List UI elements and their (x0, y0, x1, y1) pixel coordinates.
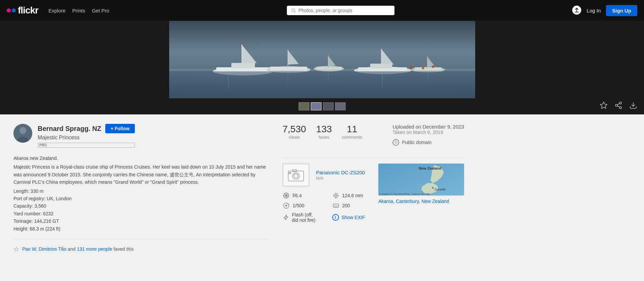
camera-row: Panasonic DC-ZS200 N/A (282, 164, 368, 186)
flash-icon (282, 214, 289, 221)
faves-number: 133 (316, 124, 332, 135)
water-reflection (169, 71, 475, 98)
map-background: New Zealand Dunedin © Mapbox © OpenStree… (378, 164, 464, 196)
upload-date: Uploaded on December 9, 2023 (392, 124, 464, 130)
faved-more-link[interactable]: 131 more people (77, 246, 112, 252)
svg-point-53 (294, 174, 298, 178)
search-input[interactable] (298, 8, 390, 13)
thumbnail-1[interactable] (299, 102, 309, 110)
search-container (119, 6, 562, 15)
nav-prints[interactable]: Prints (72, 8, 85, 13)
share-button[interactable] (614, 101, 622, 111)
camera-exif-section: Panasonic DC-ZS200 N/A (282, 164, 368, 228)
description-line2: Majestic Princess is a Royal-class cruis… (13, 163, 269, 186)
description-line1: Akaroa new Zealand. (13, 154, 269, 162)
faved-person1-link[interactable]: Pao W (22, 246, 36, 252)
map-section: New Zealand Dunedin © Mapbox © OpenStree… (378, 164, 464, 204)
svg-point-39 (432, 65, 434, 68)
shutter-icon (282, 202, 290, 209)
author-name: Bernard Spragg. NZ (38, 125, 101, 133)
exif-iso: ISO 200 (332, 202, 369, 209)
exif-shutter: 1/500 (282, 202, 319, 209)
taken-date: Taken on March 6, 2019 (392, 130, 464, 135)
svg-rect-10 (231, 63, 255, 68)
flash-value: Flash (off, did not fire) (292, 212, 319, 223)
description-length: Length: 330 m (13, 187, 269, 195)
hero-controls-row (0, 98, 644, 114)
upload-info: Uploaded on December 9, 2023 Taken on Ma… (392, 124, 464, 135)
faved-suffix: faved this (114, 246, 134, 252)
thumbnail-3[interactable] (323, 102, 334, 110)
aperture-value: f/6.4 (293, 193, 302, 198)
hero-image-container (169, 21, 475, 98)
comments-label: comments (342, 135, 362, 140)
right-divider (282, 158, 464, 158)
svg-point-42 (615, 104, 617, 106)
svg-line-1 (294, 11, 295, 12)
description-capacity: Capacity: 3,560 (13, 202, 269, 210)
description-height: Height: 68.3 m (224 ft) (13, 225, 269, 233)
right-bottom-row: Panasonic DC-ZS200 N/A (282, 164, 464, 228)
thumbnail-2[interactable] (311, 102, 321, 110)
search-box (287, 6, 394, 15)
description: Akaroa new Zealand. Majestic Princess is… (13, 154, 269, 233)
hero-icon-row (600, 101, 637, 111)
public-domain-link[interactable]: Public domain (402, 140, 431, 145)
svg-point-38 (422, 67, 424, 69)
show-exif-link[interactable]: Show EXIF (342, 215, 365, 220)
svg-line-45 (617, 104, 620, 105)
upload-button[interactable] (572, 5, 581, 16)
follow-button[interactable]: + Follow (105, 124, 135, 133)
dot-blue-icon (12, 8, 16, 12)
download-button[interactable] (629, 101, 637, 111)
focal-length-icon (332, 192, 340, 199)
download-icon (629, 101, 637, 109)
exif-flash: Flash (off, did not fire) (282, 212, 319, 223)
login-button[interactable]: Log In (587, 8, 601, 13)
logo[interactable]: flickr (7, 5, 38, 16)
avatar-image (13, 124, 32, 143)
comments-number: 11 (347, 124, 357, 135)
divider-1 (13, 239, 269, 240)
flickr-dots-icon (7, 8, 16, 12)
faved-by-row: ☆ Pao W, Dimitrios Tilis and 131 more pe… (13, 245, 269, 253)
svg-marker-67 (284, 215, 288, 220)
svg-rect-23 (370, 64, 392, 68)
svg-line-44 (617, 106, 620, 107)
svg-text:ISO: ISO (334, 205, 338, 207)
description-port: Port of registry: UK, London (13, 195, 269, 202)
thumbnail-4[interactable] (335, 102, 346, 110)
svg-rect-55 (289, 172, 291, 174)
author-name-row: Bernard Spragg. NZ + Follow (38, 124, 135, 133)
logo-text: flickr (18, 5, 38, 16)
stat-views: 7,530 views (282, 124, 306, 140)
favorite-button[interactable] (600, 101, 608, 111)
share-icon (614, 101, 622, 109)
hero-area (0, 21, 644, 114)
thumbnail-row (299, 102, 346, 110)
description-tonnage: Tonnage: 144,216 GT (13, 217, 269, 225)
hero-image (169, 21, 475, 98)
upload-icon (572, 5, 581, 15)
iso-value: 200 (342, 203, 350, 208)
content-area: Bernard Spragg. NZ + Follow Majestic Pri… (0, 114, 644, 262)
svg-text:Dunedin: Dunedin (434, 188, 446, 191)
exif-aperture: f/6.4 (282, 192, 319, 199)
faves-label: faves (319, 135, 329, 140)
pro-badge: PRO (38, 143, 135, 148)
svg-rect-16 (316, 67, 342, 70)
map-container[interactable]: New Zealand Dunedin © Mapbox © OpenStree… (378, 164, 464, 196)
nav-explore[interactable]: Explore (48, 8, 66, 13)
star-icon (600, 101, 608, 109)
description-yard: Yard number: 6232 (13, 210, 269, 217)
location-link[interactable]: Akaroa, Canterbury, New Zealand (378, 199, 449, 204)
nav-get-pro[interactable]: Get Pro (92, 8, 109, 13)
camera-name-link[interactable]: Panasonic DC-ZS200 (316, 170, 365, 175)
focal-length-value: 124.6 mm (342, 193, 363, 198)
info-icon: i (332, 214, 339, 221)
faved-person2-link[interactable]: Dimitrios Tilis (39, 246, 66, 252)
avatar[interactable] (13, 124, 32, 143)
svg-point-64 (286, 205, 287, 206)
signup-button[interactable]: Sign Up (606, 5, 637, 16)
author-section: Bernard Spragg. NZ + Follow Majestic Pri… (13, 124, 269, 148)
